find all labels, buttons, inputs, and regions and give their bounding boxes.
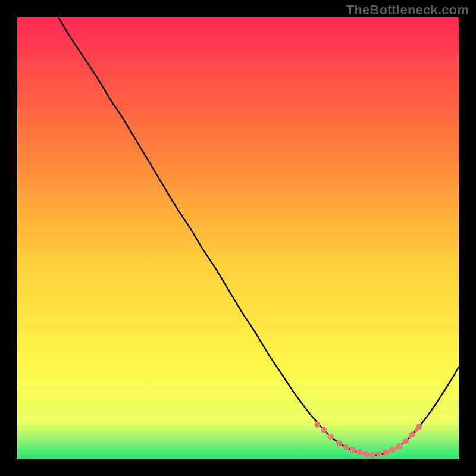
bottleneck-plot [17,17,459,459]
marker-point [376,452,382,458]
marker-point [403,438,409,444]
marker-point [390,447,396,453]
marker-point [363,452,369,458]
marker-point [416,424,422,430]
marker-point [396,443,402,449]
marker-point [383,450,389,456]
watermark-text: TheBottleneck.com [346,2,469,18]
marker-point [328,434,334,440]
marker-point [315,422,321,428]
marker-point [369,452,375,458]
marker-point [409,431,415,437]
marker-point [356,449,362,455]
marker-point [343,444,349,450]
chart-container: TheBottleneck.com [0,0,476,476]
marker-point [337,441,343,447]
plot-background [17,17,459,459]
marker-point [321,427,327,433]
marker-point [350,447,356,453]
